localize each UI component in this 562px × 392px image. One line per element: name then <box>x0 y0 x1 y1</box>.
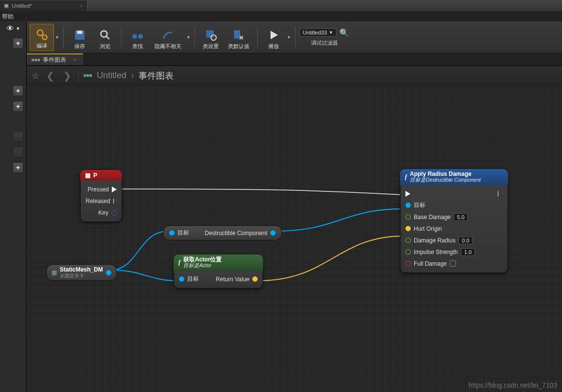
pin-exec-in[interactable] <box>405 191 410 197</box>
graph-icon <box>84 74 92 77</box>
svg-point-9 <box>211 35 216 40</box>
debug-object-dropdown[interactable]: Untitled33 ▼ 🔍 <box>299 28 349 37</box>
watermark: https://blog.csdn.net/lei_7103 <box>469 381 557 389</box>
menu-help[interactable]: 帮助 <box>2 13 14 21</box>
chevron-down-icon: ▼ <box>329 30 333 35</box>
node-destructible-component[interactable]: 目标 Destructible Component <box>163 225 282 240</box>
node-input-p[interactable]: ▦P Pressed Released Key <box>80 170 122 222</box>
tab-strip: 事件图表 × <box>27 53 562 66</box>
svg-point-0 <box>37 30 43 35</box>
pin-target[interactable] <box>179 276 184 282</box>
node-static-mesh[interactable]: ▦ StaticMesh_DM 从固定关卡 <box>46 264 117 281</box>
svg-rect-8 <box>206 30 213 37</box>
svg-line-5 <box>106 36 109 39</box>
search-icon[interactable]: 🔍 <box>339 28 349 37</box>
toolbar: 编译 ▼ 保存 浏览 查找 隐藏不相关 ▼ <box>27 21 562 53</box>
hide-icon <box>161 28 175 42</box>
floppy-icon <box>73 28 87 42</box>
node-apply-radius-damage[interactable]: f Apply Radius Damage 目标是Destructible Co… <box>400 169 508 273</box>
eye-icon: 👁 <box>6 24 14 33</box>
breadcrumb-current[interactable]: 事件图表 <box>139 70 174 82</box>
compile-dropdown[interactable]: ▼ <box>55 35 59 40</box>
svg-rect-3 <box>77 31 83 34</box>
pin-impulse-strength[interactable] <box>405 249 411 255</box>
nav-back-icon[interactable]: ❮ <box>44 70 56 82</box>
play-icon <box>267 28 281 42</box>
left-panel: 👁▼ + + + + <box>0 21 27 392</box>
save-button[interactable]: 保存 <box>68 24 92 51</box>
pin-damage-radius[interactable] <box>405 238 411 243</box>
breadcrumb-root[interactable]: Untitled <box>97 70 126 81</box>
pin-hurt-origin[interactable] <box>405 226 411 231</box>
panel-slot-2[interactable] <box>13 147 23 157</box>
favorite-icon[interactable]: ☆ <box>32 70 39 81</box>
play-button[interactable]: 播放 <box>262 24 286 51</box>
component-icon: ▦ <box>52 269 57 276</box>
chevron-down-icon: ▼ <box>16 26 20 31</box>
pin-target-in[interactable] <box>169 230 175 236</box>
tab-event-graph[interactable]: 事件图表 × <box>27 53 83 65</box>
magnifier-icon <box>98 28 112 42</box>
browse-button[interactable]: 浏览 <box>93 24 117 51</box>
hide-dropdown[interactable]: ▼ <box>186 35 191 40</box>
binoculars-icon <box>131 28 144 42</box>
svg-point-7 <box>138 34 143 39</box>
menubar: 帮助 <box>0 12 562 21</box>
add-button-2[interactable]: + <box>13 85 23 96</box>
function-icon: f <box>178 259 180 266</box>
ue-logo-icon: ▣ <box>4 2 9 9</box>
panel-slot-1[interactable] <box>13 131 23 142</box>
pin-target[interactable] <box>405 203 411 208</box>
close-icon[interactable]: × <box>80 3 83 9</box>
class-settings-button[interactable]: 类设置 <box>199 24 223 51</box>
compile-button[interactable]: 编译 <box>30 24 54 51</box>
pin-exec-out[interactable] <box>498 191 503 196</box>
pin-base-damage[interactable] <box>405 214 411 220</box>
defaults-icon <box>232 28 246 42</box>
add-button-1[interactable]: + <box>13 38 23 49</box>
nav-forward-icon[interactable]: ❯ <box>61 70 73 82</box>
function-icon: f <box>405 173 407 181</box>
find-button[interactable]: 查找 <box>125 24 150 51</box>
pin-full-damage[interactable] <box>405 261 411 266</box>
pin-key[interactable]: Key <box>98 209 108 216</box>
svg-point-1 <box>42 35 47 39</box>
settings-icon <box>204 28 218 42</box>
graph-canvas[interactable]: ▦P Pressed Released Key ▦ StaticMesh_DM … <box>27 85 562 392</box>
node-get-actor-location[interactable]: f 获取Actor位置 目标是Actor 目标 Return Value <box>174 255 263 289</box>
full-damage-checkbox[interactable] <box>450 260 456 267</box>
pin-return[interactable] <box>252 276 258 282</box>
svg-point-4 <box>101 31 107 37</box>
keyboard-icon: ▦ <box>85 172 90 179</box>
gears-icon <box>35 28 49 41</box>
document-title: Untitled* <box>12 3 32 9</box>
graph-icon <box>32 59 40 61</box>
visibility-toggle[interactable]: 👁▼ <box>0 24 26 33</box>
add-button-3[interactable]: + <box>13 101 23 112</box>
svg-rect-10 <box>234 30 240 38</box>
hide-unrelated-button[interactable]: 隐藏不相关 <box>151 24 185 51</box>
play-dropdown[interactable]: ▼ <box>287 35 291 40</box>
pin-output[interactable] <box>106 270 111 275</box>
chevron-right-icon: › <box>131 71 134 80</box>
titlebar: ▣ Untitled* × <box>0 0 562 12</box>
class-defaults-button[interactable]: 类默认值 <box>224 24 253 51</box>
debug-filter-label: 调试过滤器 <box>311 39 338 47</box>
close-tab-icon[interactable]: × <box>73 56 76 63</box>
pin-output[interactable] <box>270 230 276 236</box>
pin-released[interactable]: Released <box>86 198 110 205</box>
svg-point-6 <box>132 34 137 39</box>
breadcrumb-bar: ☆ ❮ ❯ Untitled › 事件图表 <box>27 66 562 85</box>
add-button-4[interactable]: + <box>13 162 23 173</box>
document-tab[interactable]: ▣ Untitled* × <box>0 0 88 11</box>
pin-pressed[interactable]: Pressed <box>88 186 109 193</box>
